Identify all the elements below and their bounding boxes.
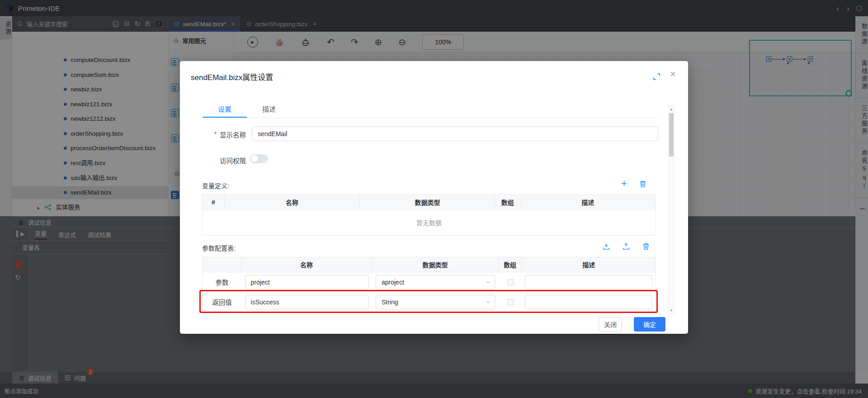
col-header-description: 描述	[520, 195, 656, 209]
param-row-input: 参数 aproject	[203, 272, 656, 292]
col-header-array: 数组	[499, 257, 522, 272]
dialog-tab-settings[interactable]: 设置	[203, 103, 247, 118]
variables-table: # 名称 数据类型 数组 描述 暂无数据	[202, 194, 656, 236]
access-permission-toggle[interactable]	[250, 154, 268, 163]
param-datatype-select[interactable]: aproject	[376, 275, 495, 289]
params-section-label: 参数配置表:	[202, 243, 236, 252]
required-marker: *	[214, 130, 217, 137]
return-datatype-select[interactable]: String	[376, 295, 495, 309]
access-permission-label: 访问权限	[220, 156, 246, 165]
add-variable-icon[interactable]: +	[621, 180, 627, 188]
return-array-checkbox[interactable]	[507, 299, 514, 305]
display-name-input[interactable]	[252, 126, 658, 141]
dialog-tab-description[interactable]: 描述	[247, 103, 291, 118]
toggle-knob	[251, 155, 258, 162]
return-description-input[interactable]	[525, 295, 652, 309]
param-name-input[interactable]	[245, 275, 369, 289]
return-name-input[interactable]	[245, 295, 369, 309]
export-params-icon[interactable]	[622, 242, 630, 251]
col-header-name: 名称	[225, 195, 360, 209]
col-header-name: 名称	[241, 257, 372, 272]
import-params-icon[interactable]	[602, 242, 610, 251]
scrollbar-thumb[interactable]	[669, 113, 674, 156]
confirm-button[interactable]: 确定	[634, 317, 665, 332]
variables-section-label: 变量定义:	[202, 181, 229, 190]
col-header-datatype: 数据类型	[360, 195, 495, 209]
param-kind-label: 参数	[203, 277, 241, 287]
scroll-up-icon[interactable]: ▲	[669, 107, 674, 111]
delete-variable-icon[interactable]	[639, 180, 647, 188]
col-header-array: 数组	[495, 195, 520, 209]
param-kind-label: 返回值	[203, 297, 241, 307]
chevron-down-icon	[486, 299, 491, 305]
chevron-down-icon	[486, 280, 491, 285]
app-root: Primeton-IDE ‹ › 资源 输入关键字搜索 AI ↻	[0, 0, 868, 398]
col-header-datatype: 数据类型	[372, 257, 498, 272]
param-row-return: 返回值 String	[203, 292, 656, 312]
display-name-label: 显示名称	[220, 130, 246, 139]
col-header-description: 描述	[522, 257, 656, 272]
close-dialog-icon[interactable]: ×	[670, 69, 676, 79]
delete-param-icon[interactable]	[642, 242, 650, 251]
dialog-title: sendEMail.bizx属性设置	[191, 71, 273, 82]
empty-state-text: 暂无数据	[203, 210, 656, 236]
params-table: 名称 数据类型 数组 描述 参数 aproject 返回值	[202, 257, 656, 312]
col-header-kind	[203, 257, 241, 272]
param-description-input[interactable]	[525, 275, 652, 289]
tab-divider	[203, 118, 658, 118]
properties-dialog: sendEMail.bizx属性设置 × 设置 描述 * 显示名称 访问权限 变…	[180, 61, 688, 334]
close-button[interactable]: 关闭	[599, 317, 622, 332]
maximize-dialog-icon[interactable]	[653, 73, 660, 81]
param-array-checkbox[interactable]	[507, 279, 514, 285]
dialog-scrollbar[interactable]: ▲ ▼	[668, 105, 675, 314]
scroll-down-icon[interactable]: ▼	[669, 308, 674, 313]
col-header-index: #	[203, 195, 225, 209]
